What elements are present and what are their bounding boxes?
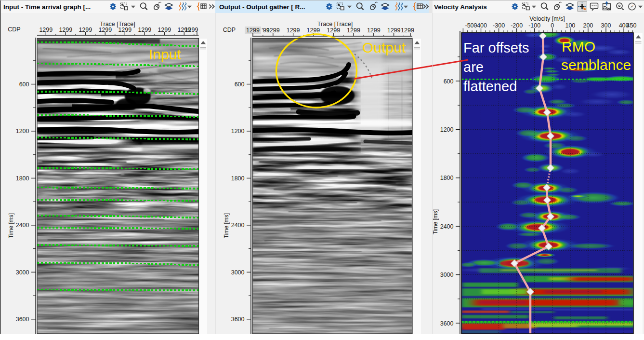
- svg-text:1299: 1299: [79, 27, 92, 33]
- svg-text:-500: -500: [465, 22, 477, 29]
- svg-text:1200: 1200: [16, 128, 29, 135]
- svg-text:Trace [Trace]: Trace [Trace]: [100, 21, 135, 27]
- svg-text:100: 100: [565, 22, 575, 29]
- svg-text:1299: 1299: [347, 27, 360, 34]
- svg-text:450: 450: [627, 22, 637, 29]
- svg-text:2400: 2400: [16, 222, 29, 229]
- svg-text:Input - Time arrival graph [..: Input - Time arrival graph [...: [3, 3, 91, 11]
- svg-text:flattened: flattened: [463, 79, 517, 94]
- svg-text:Time [ms]: Time [ms]: [8, 213, 14, 238]
- svg-text:1299: 1299: [98, 27, 112, 33]
- svg-text:CDP: CDP: [8, 26, 20, 33]
- svg-text:2400: 2400: [440, 223, 454, 230]
- svg-text:1800: 1800: [440, 175, 454, 181]
- svg-text:1299: 1299: [287, 27, 300, 34]
- svg-text:1299: 1299: [185, 27, 198, 33]
- svg-text:-200: -200: [511, 22, 523, 29]
- svg-text:-100: -100: [528, 22, 540, 29]
- svg-text:semblance: semblance: [561, 57, 631, 73]
- svg-text:1299: 1299: [39, 27, 53, 33]
- svg-text:-300: -300: [493, 22, 505, 29]
- svg-text:1299: 1299: [59, 27, 72, 33]
- svg-text:Trace [Trace]: Trace [Trace]: [317, 21, 353, 27]
- svg-text:600: 600: [444, 78, 454, 85]
- svg-text:1200: 1200: [440, 126, 454, 133]
- svg-text:600: 600: [19, 81, 29, 88]
- svg-text:Velocity [m/s]: Velocity [m/s]: [529, 15, 565, 22]
- svg-text:2400: 2400: [231, 222, 245, 229]
- svg-text:1299: 1299: [367, 27, 381, 34]
- svg-text:Time [ms]: Time [ms]: [223, 213, 230, 238]
- svg-text:600: 600: [235, 81, 245, 88]
- svg-text:3600: 3600: [16, 316, 29, 323]
- svg-text:Time [ms]: Time [ms]: [432, 209, 439, 234]
- svg-text:1299: 1299: [327, 27, 340, 34]
- svg-text:300: 300: [601, 22, 611, 29]
- svg-text:Output: Output: [362, 40, 406, 55]
- svg-text:1299: 1299: [138, 27, 151, 33]
- svg-text:1299: 1299: [158, 27, 171, 33]
- svg-text:Far offsets: Far offsets: [463, 40, 529, 55]
- svg-text:1800: 1800: [16, 175, 29, 182]
- svg-text:CDP: CDP: [223, 27, 236, 33]
- svg-text:1299: 1299: [387, 27, 401, 34]
- svg-text:1800: 1800: [231, 175, 245, 182]
- svg-text:3600: 3600: [440, 320, 454, 327]
- svg-text:3000: 3000: [231, 269, 245, 276]
- svg-text:200: 200: [583, 22, 593, 29]
- svg-text:are: are: [463, 59, 484, 75]
- svg-text:3600: 3600: [231, 316, 245, 323]
- svg-text:3000: 3000: [440, 272, 454, 278]
- svg-text:'99: '99: [262, 27, 269, 34]
- svg-text:3000: 3000: [16, 269, 29, 276]
- svg-text:Input: Input: [149, 46, 181, 62]
- svg-text:1299: 1299: [246, 27, 260, 34]
- svg-text:1200: 1200: [231, 128, 245, 135]
- svg-text:1299: 1299: [401, 27, 414, 34]
- svg-text:1299: 1299: [306, 27, 320, 34]
- svg-text:0: 0: [551, 22, 554, 29]
- svg-text:Output - Output gather [ R...: Output - Output gather [ R...: [219, 3, 305, 11]
- svg-text:RMO: RMO: [562, 39, 595, 54]
- svg-text:Velocity Analysis: Velocity Analysis: [434, 3, 487, 11]
- svg-text:1299: 1299: [118, 27, 131, 33]
